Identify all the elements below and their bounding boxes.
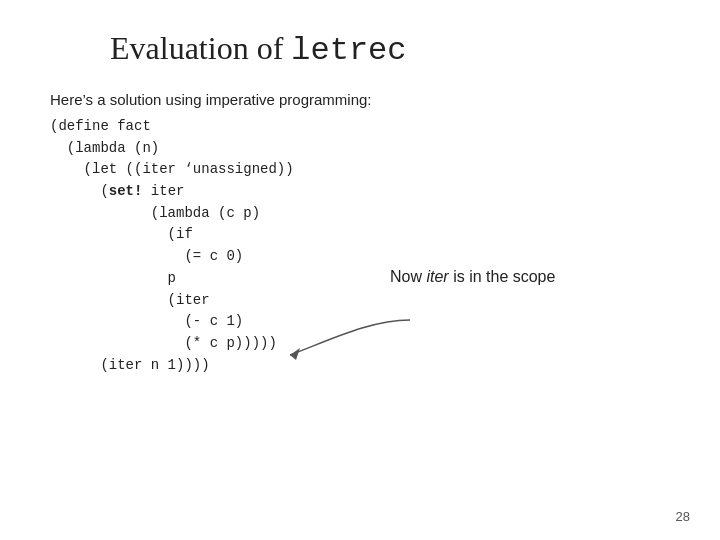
title-prefix: Evaluation of <box>110 30 291 66</box>
page-number: 28 <box>676 509 690 524</box>
code-block: (define fact (lambda (n) (let ((iter ‘un… <box>50 116 670 376</box>
title-code: letrec <box>291 32 406 69</box>
annotation-iter: iter <box>426 268 448 285</box>
annotation: Now iter is in the scope <box>390 268 640 286</box>
code-line-1: (define fact (lambda (n) (let ((iter ‘un… <box>50 118 294 373</box>
annotation-text: Now iter is in the scope <box>390 268 555 285</box>
slide: Evaluation of letrec Here’s a solution u… <box>0 0 720 540</box>
subtitle-text: Here’s a solution using imperative progr… <box>50 91 670 108</box>
slide-title: Evaluation of letrec <box>110 30 670 69</box>
